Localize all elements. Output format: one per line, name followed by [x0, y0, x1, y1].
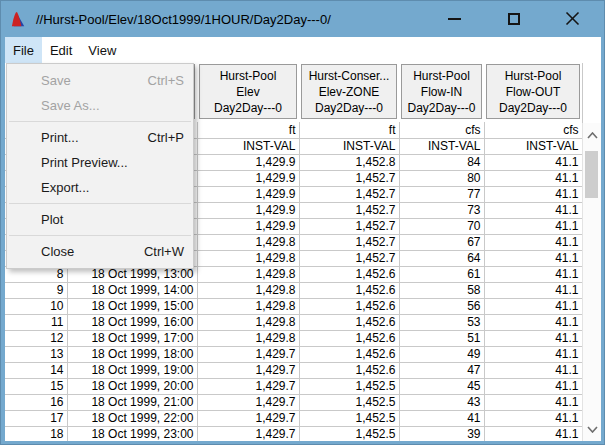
- elev-cell[interactable]: 1,429.9: [197, 170, 299, 186]
- column-header-elev[interactable]: Hurst-PoolElevDay2Day---0: [199, 64, 297, 119]
- row-number-cell[interactable]: 12: [5, 330, 67, 346]
- datetime-cell[interactable]: 18 Oct 1999, 21:00: [67, 394, 197, 410]
- title-bar[interactable]: //Hurst-Pool/Elev/18Oct1999/1HOUR/Day2Da…: [1, 1, 604, 37]
- menu-item-close[interactable]: CloseCtrl+W: [7, 239, 193, 264]
- elev-cell[interactable]: 1,429.8: [197, 266, 299, 282]
- scroll-up-button[interactable]: [583, 125, 601, 145]
- column-header-flow-in[interactable]: Hurst-PoolFlow-INDay2Day---0: [401, 64, 482, 119]
- flow-in-cell[interactable]: 56: [399, 298, 484, 314]
- elev-zone-cell[interactable]: 1,452.6: [299, 298, 399, 314]
- flow-out-cell[interactable]: 41.1: [484, 266, 582, 282]
- elev-cell[interactable]: 1,429.8: [197, 298, 299, 314]
- elev-cell[interactable]: 1,429.8: [197, 330, 299, 346]
- flow-in-cell[interactable]: 53: [399, 314, 484, 330]
- flow-out-cell[interactable]: 41.1: [484, 410, 582, 426]
- flow-in-cell[interactable]: 67: [399, 234, 484, 250]
- menu-item-print-preview[interactable]: Print Preview...: [7, 150, 193, 175]
- row-number-cell[interactable]: 15: [5, 378, 67, 394]
- flow-out-cell[interactable]: 41.1: [484, 362, 582, 378]
- datetime-cell[interactable]: 18 Oct 1999, 23:00: [67, 426, 197, 441]
- elev-zone-cell[interactable]: 1,452.6: [299, 362, 399, 378]
- elev-zone-cell[interactable]: 1,452.7: [299, 186, 399, 202]
- elev-cell[interactable]: 1,429.8: [197, 282, 299, 298]
- flow-out-cell[interactable]: 41.1: [484, 202, 582, 218]
- flow-out-cell[interactable]: 41.1: [484, 218, 582, 234]
- flow-in-cell[interactable]: 61: [399, 266, 484, 282]
- elev-cell[interactable]: 1,429.9: [197, 186, 299, 202]
- elev-zone-cell[interactable]: 1,452.6: [299, 346, 399, 362]
- minimize-button[interactable]: [425, 1, 484, 36]
- flow-in-cell[interactable]: 58: [399, 282, 484, 298]
- flow-out-cell[interactable]: 41.1: [484, 234, 582, 250]
- menubar-item-file[interactable]: File: [5, 37, 42, 63]
- flow-out-cell[interactable]: 41.1: [484, 330, 582, 346]
- elev-cell[interactable]: 1,429.9: [197, 154, 299, 170]
- row-number-cell[interactable]: 9: [5, 282, 67, 298]
- flow-in-cell[interactable]: 47: [399, 362, 484, 378]
- column-header-elev-zone[interactable]: Hurst-Conser...Elev-ZONEDay2Day---0: [301, 64, 397, 119]
- flow-in-cell[interactable]: 80: [399, 170, 484, 186]
- elev-zone-cell[interactable]: 1,452.7: [299, 170, 399, 186]
- elev-cell[interactable]: 1,429.8: [197, 234, 299, 250]
- flow-out-cell[interactable]: 41.1: [484, 170, 582, 186]
- column-header-flow-out[interactable]: Hurst-PoolFlow-OUTDay2Day---0: [486, 64, 580, 119]
- scrollbar-thumb[interactable]: [585, 151, 598, 198]
- elev-zone-cell[interactable]: 1,452.5: [299, 394, 399, 410]
- elev-cell[interactable]: 1,429.7: [197, 346, 299, 362]
- row-number-cell[interactable]: 14: [5, 362, 67, 378]
- flow-out-cell[interactable]: 41.1: [484, 426, 582, 441]
- datetime-cell[interactable]: 18 Oct 1999, 17:00: [67, 330, 197, 346]
- elev-cell[interactable]: 1,429.7: [197, 378, 299, 394]
- menubar-item-view[interactable]: View: [80, 37, 124, 63]
- flow-in-cell[interactable]: 77: [399, 186, 484, 202]
- flow-out-cell[interactable]: 41.1: [484, 298, 582, 314]
- flow-in-cell[interactable]: 70: [399, 218, 484, 234]
- vertical-scrollbar[interactable]: [582, 123, 601, 441]
- elev-zone-cell[interactable]: 1,452.6: [299, 266, 399, 282]
- flow-in-cell[interactable]: 73: [399, 202, 484, 218]
- datetime-cell[interactable]: 18 Oct 1999, 22:00: [67, 410, 197, 426]
- flow-out-cell[interactable]: 41.1: [484, 346, 582, 362]
- elev-zone-cell[interactable]: 1,452.5: [299, 378, 399, 394]
- flow-out-cell[interactable]: 41.1: [484, 314, 582, 330]
- datetime-cell[interactable]: 18 Oct 1999, 16:00: [67, 314, 197, 330]
- flow-in-cell[interactable]: 49: [399, 346, 484, 362]
- elev-zone-cell[interactable]: 1,452.7: [299, 234, 399, 250]
- datetime-cell[interactable]: 18 Oct 1999, 19:00: [67, 362, 197, 378]
- row-number-cell[interactable]: 18: [5, 426, 67, 441]
- maximize-button[interactable]: [484, 1, 543, 36]
- elev-zone-cell[interactable]: 1,452.6: [299, 282, 399, 298]
- flow-out-cell[interactable]: 41.1: [484, 154, 582, 170]
- elev-zone-cell[interactable]: 1,452.5: [299, 426, 399, 441]
- flow-out-cell[interactable]: 41.1: [484, 186, 582, 202]
- flow-in-cell[interactable]: 51: [399, 330, 484, 346]
- elev-cell[interactable]: 1,429.9: [197, 218, 299, 234]
- datetime-cell[interactable]: 18 Oct 1999, 20:00: [67, 378, 197, 394]
- elev-zone-cell[interactable]: 1,452.7: [299, 202, 399, 218]
- flow-in-cell[interactable]: 45: [399, 378, 484, 394]
- flow-out-cell[interactable]: 41.1: [484, 282, 582, 298]
- flow-in-cell[interactable]: 43: [399, 394, 484, 410]
- elev-zone-cell[interactable]: 1,452.7: [299, 218, 399, 234]
- datetime-cell[interactable]: 18 Oct 1999, 18:00: [67, 346, 197, 362]
- close-button[interactable]: [543, 1, 602, 36]
- elev-zone-cell[interactable]: 1,452.5: [299, 410, 399, 426]
- flow-in-cell[interactable]: 41: [399, 410, 484, 426]
- elev-cell[interactable]: 1,429.8: [197, 250, 299, 266]
- elev-cell[interactable]: 1,429.7: [197, 394, 299, 410]
- elev-zone-cell[interactable]: 1,452.7: [299, 250, 399, 266]
- datetime-cell[interactable]: 18 Oct 1999, 14:00: [67, 282, 197, 298]
- elev-zone-cell[interactable]: 1,452.6: [299, 330, 399, 346]
- flow-in-cell[interactable]: 64: [399, 250, 484, 266]
- elev-cell[interactable]: 1,429.8: [197, 314, 299, 330]
- menu-item-plot[interactable]: Plot: [7, 207, 193, 232]
- elev-cell[interactable]: 1,429.9: [197, 202, 299, 218]
- row-number-cell[interactable]: 10: [5, 298, 67, 314]
- row-number-cell[interactable]: 13: [5, 346, 67, 362]
- flow-in-cell[interactable]: 84: [399, 154, 484, 170]
- elev-cell[interactable]: 1,429.7: [197, 362, 299, 378]
- elev-cell[interactable]: 1,429.7: [197, 410, 299, 426]
- row-number-cell[interactable]: 17: [5, 410, 67, 426]
- row-number-cell[interactable]: 16: [5, 394, 67, 410]
- elev-cell[interactable]: 1,429.7: [197, 426, 299, 441]
